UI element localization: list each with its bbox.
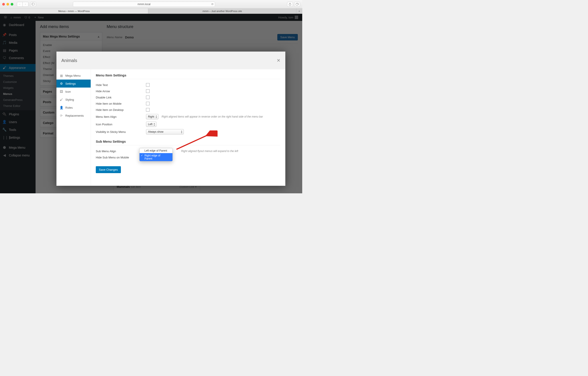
share-button[interactable]	[287, 2, 293, 7]
svg-rect-4	[296, 4, 298, 5]
icon-position-select[interactable]: Left▴▾	[146, 122, 157, 127]
browser-toolbar: ‹ › mmm.local ⟳	[0, 0, 302, 9]
dropdown-option-left-edge[interactable]: Left edge of Parent	[140, 148, 172, 153]
modal-nav-mega-menu[interactable]: ▦Mega Menu	[56, 72, 91, 80]
sticky-visibility-select[interactable]: Always show▴▾	[146, 129, 184, 135]
disable-link-checkbox[interactable]	[146, 95, 149, 99]
hide-desktop-label: Hide Item on Desktop	[96, 108, 146, 112]
browser-tabs: Menus ‹ mmm — WordPress mmm – Just anoth…	[0, 9, 302, 14]
sticky-visibility-label: Visibility in Sticky Menu	[96, 130, 146, 134]
hide-text-label: Hide Text	[96, 83, 146, 87]
align-hint: Right aligned items will appear in rever…	[162, 115, 263, 118]
svg-rect-0	[32, 3, 35, 5]
menu-item-align-select[interactable]: Right▴▾	[146, 114, 158, 119]
address-bar[interactable]: mmm.local ⟳	[73, 1, 215, 7]
sub-menu-align-label: Sub Menu Align	[96, 150, 146, 153]
sub-align-hint: Right aligned flyout menus will expand t…	[181, 150, 238, 153]
chevron-updown-icon: ▴▾	[156, 115, 157, 118]
hide-arrow-checkbox[interactable]	[146, 89, 149, 93]
hide-arrow-label: Hide Arrow	[96, 90, 146, 93]
menu-item-settings-modal: Animals ✕ ▦Mega Menu ⚙Settings 🖼Icon 🖌St…	[56, 52, 285, 186]
maximize-window-icon[interactable]	[11, 3, 13, 6]
brush-icon: 🖌	[60, 98, 63, 101]
menu-item-align-label: Menu Item Align	[96, 115, 146, 118]
user-icon: 👤	[60, 106, 63, 109]
modal-nav-settings[interactable]: ⚙Settings	[56, 80, 91, 88]
modal-nav-roles[interactable]: 👤Roles	[56, 104, 91, 112]
hide-mobile-label: Hide Item on Mobile	[96, 102, 146, 105]
modal-nav-replacements[interactable]: ⟳Replacements	[56, 112, 91, 120]
back-button[interactable]: ‹	[17, 2, 23, 7]
tabs-overview-button[interactable]	[294, 2, 300, 7]
image-icon: 🖼	[60, 90, 63, 93]
modal-nav-icon[interactable]: 🖼Icon	[56, 88, 91, 95]
refresh-icon: ⟳	[60, 114, 63, 117]
icon-position-label: Icon Position	[96, 123, 146, 126]
modal-title: Animals	[61, 58, 77, 63]
window-controls	[2, 3, 13, 6]
forward-button[interactable]: ›	[23, 2, 28, 7]
dropdown-option-right-edge[interactable]: Right edge of Parent	[140, 153, 172, 161]
grid-icon: ▦	[60, 74, 63, 77]
chevron-updown-icon: ▴▾	[181, 130, 182, 134]
browser-tab[interactable]: Menus ‹ mmm — WordPress	[0, 9, 148, 14]
save-changes-button[interactable]: Save Changes	[96, 166, 121, 173]
sub-menu-align-dropdown: Left edge of Parent Right edge of Parent	[139, 148, 173, 161]
hide-desktop-checkbox[interactable]	[146, 108, 149, 112]
gear-icon: ⚙	[60, 82, 63, 85]
hide-submenu-mobile-label: Hide Sub Menu on Mobile	[96, 156, 146, 159]
section-heading: Menu Item Settings	[96, 73, 280, 79]
close-icon[interactable]: ✕	[277, 58, 280, 63]
minimize-window-icon[interactable]	[6, 3, 9, 6]
browser-tab[interactable]: mmm – Just another WordPress site	[148, 9, 296, 14]
close-window-icon[interactable]	[2, 3, 5, 6]
chevron-updown-icon: ▴▾	[154, 123, 155, 126]
url-text: mmm.local	[137, 3, 150, 6]
section-heading: Sub Menu Settings	[96, 140, 280, 145]
new-tab-button[interactable]: +	[296, 9, 302, 14]
modal-nav: ▦Mega Menu ⚙Settings 🖼Icon 🖌Styling 👤Rol…	[56, 69, 91, 186]
hide-text-checkbox[interactable]	[146, 83, 149, 87]
modal-nav-styling[interactable]: 🖌Styling	[56, 95, 91, 104]
sidebar-toggle-button[interactable]	[30, 2, 36, 7]
modal-content: Menu Item Settings Hide Text Hide Arrow …	[91, 69, 285, 186]
disable-link-label: Disable Link	[96, 96, 146, 99]
hide-mobile-checkbox[interactable]	[146, 102, 149, 105]
reload-icon[interactable]: ⟳	[211, 3, 214, 6]
